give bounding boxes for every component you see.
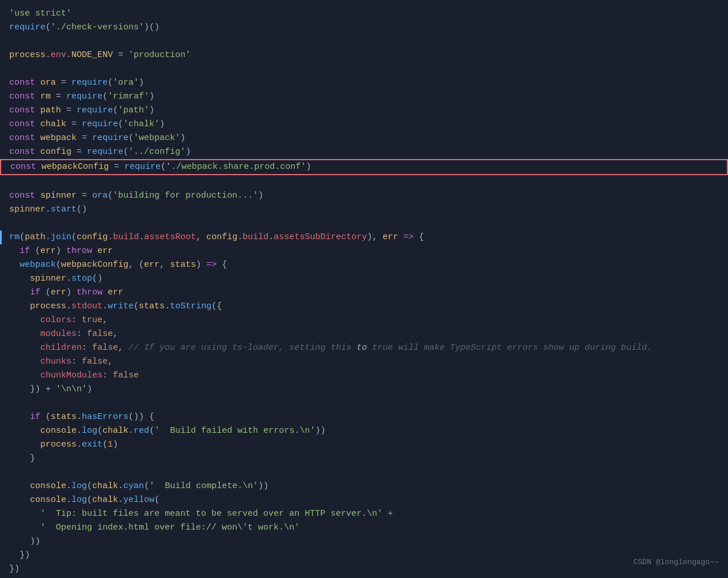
code-token: err — [382, 232, 398, 242]
code-token: ( — [161, 162, 166, 172]
code-token: chalk — [103, 426, 128, 436]
code-token: const — [9, 147, 35, 157]
code-token: ) — [185, 147, 191, 157]
code-token: ) — [180, 133, 185, 143]
code-token: rm — [40, 92, 51, 101]
code-token: . — [66, 50, 71, 60]
code-line-30: if (stats.hasErrors()) { — [0, 410, 728, 424]
code-token — [9, 315, 40, 325]
code-token: const — [9, 78, 35, 88]
code-token: chalk — [92, 481, 118, 491]
code-token: = — [109, 162, 124, 172]
code-token — [92, 246, 97, 256]
code-line-6: const ora = require('ora') — [0, 76, 728, 90]
code-token: ), — [367, 232, 382, 242]
code-line-27: chunkModules: false — [0, 369, 728, 383]
code-token: ( — [20, 232, 25, 242]
code-token: stats — [139, 301, 165, 311]
code-token: chunks — [40, 357, 71, 367]
code-line-10: const webpack = require('webpack') — [0, 131, 728, 145]
code-token — [35, 105, 40, 115]
code-token: = — [56, 78, 71, 88]
code-token — [9, 288, 30, 297]
code-token: 'path' — [118, 105, 149, 115]
code-token: './webpack.share.prod.conf' — [166, 162, 306, 172]
code-token: const — [9, 119, 35, 129]
code-token: . — [139, 232, 144, 242]
code-token — [398, 232, 403, 242]
code-token — [9, 260, 20, 270]
code-token: path — [40, 105, 61, 115]
code-token: ( — [56, 260, 61, 270]
code-token: ' Build failed with errors.\n' — [154, 426, 315, 436]
code-token: , — [196, 232, 206, 242]
code-token: . — [46, 232, 51, 242]
code-token: : — [82, 343, 92, 353]
code-token: webpack — [20, 260, 56, 270]
code-token: require — [9, 22, 46, 32]
code-token: children — [40, 343, 82, 353]
code-token: process — [9, 50, 46, 60]
code-token: )) — [9, 537, 40, 546]
code-token: . — [46, 205, 51, 214]
code-token: ( — [40, 412, 51, 422]
code-token: '\n\n' — [56, 384, 87, 394]
code-token: , — [103, 315, 108, 325]
code-token — [35, 133, 40, 143]
code-token: ()) { — [128, 412, 154, 422]
code-token: ) — [160, 119, 165, 129]
code-token: = — [77, 133, 92, 143]
code-line-12-highlighted: const webpackConfig = require('./webpack… — [0, 159, 728, 175]
code-token: const — [9, 133, 35, 143]
code-token: . — [103, 301, 108, 311]
code-token: )() — [144, 22, 160, 32]
code-token: ( — [113, 105, 118, 115]
code-token: modules — [40, 329, 77, 339]
code-token: ) — [56, 246, 66, 256]
code-token: () — [77, 205, 87, 214]
code-token: toString — [170, 301, 211, 311]
code-token: process — [40, 440, 77, 449]
code-token: const — [10, 162, 36, 172]
code-token: if — [30, 412, 40, 422]
code-token: : — [71, 357, 82, 367]
code-token: config — [77, 232, 108, 242]
code-token: ( — [134, 301, 139, 311]
code-token: ' Build complete.\n' — [149, 481, 258, 491]
code-token: ' Tip: built files are meant to be serve… — [40, 509, 382, 519]
code-token: = — [61, 105, 77, 115]
code-token: require — [92, 133, 128, 143]
code-token: () — [92, 274, 103, 284]
code-token: 'ora' — [113, 78, 139, 88]
code-line-32: process.exit(1) — [0, 438, 728, 452]
code-token: . — [118, 481, 123, 491]
code-token: ( — [87, 495, 92, 505]
code-token — [9, 481, 30, 491]
code-token: err — [144, 260, 160, 270]
code-line-21: if (err) throw err — [0, 286, 728, 300]
code-token: )) — [315, 426, 325, 436]
code-token: rm — [9, 232, 20, 242]
code-line-9: const chalk = require('chalk') — [0, 118, 728, 131]
code-token: }) + — [9, 384, 56, 394]
code-token: spinner — [40, 191, 77, 201]
code-token: } — [9, 454, 35, 463]
code-token: err — [108, 288, 123, 297]
code-token: require — [66, 92, 103, 101]
code-token: , — [113, 329, 118, 339]
code-line-29 — [0, 396, 728, 410]
code-line-31: console.log(chalk.red(' Build failed wit… — [0, 424, 728, 438]
code-token: ( — [97, 426, 103, 436]
code-token: . — [128, 426, 134, 436]
code-token: chalk — [40, 119, 66, 129]
code-token: 'production' — [128, 50, 191, 60]
code-line-28: }) + '\n\n') — [0, 383, 728, 396]
code-token: chunkModules — [40, 371, 103, 380]
code-token: ora — [92, 191, 108, 201]
code-token: . — [66, 481, 71, 491]
code-token: . — [118, 495, 123, 505]
code-token: spinner — [30, 274, 66, 284]
code-token: '../config' — [128, 147, 185, 157]
code-token: './check-versions' — [51, 22, 144, 32]
code-line-17: rm(path.join(config.build.assetsRoot, co… — [0, 231, 728, 244]
